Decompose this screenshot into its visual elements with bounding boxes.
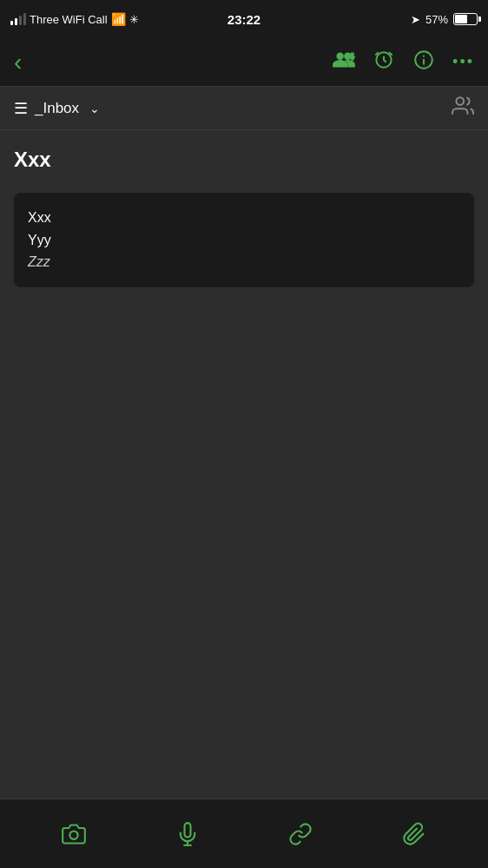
contacts-icon[interactable]	[452, 95, 474, 122]
battery-icon	[453, 13, 478, 25]
add-user-icon[interactable]	[333, 49, 355, 76]
battery-percent: 57%	[425, 13, 448, 26]
settings-icon: ✳	[129, 13, 139, 26]
back-button[interactable]: ‹	[14, 50, 22, 75]
inbox-header: ☰ _Inbox ⌄	[0, 87, 488, 130]
inbox-dropdown-icon[interactable]: ⌄	[89, 102, 100, 115]
alarm-icon[interactable]	[373, 49, 395, 76]
inbox-list-icon: ☰	[14, 99, 28, 118]
nav-left: ‹	[14, 50, 22, 75]
message-box: Xxx Yyy Zzz	[14, 193, 474, 287]
svg-point-6	[456, 97, 464, 105]
message-line-1: Xxx	[28, 207, 460, 229]
main-content: Xxx Xxx Yyy Zzz	[0, 130, 488, 319]
nav-right: •••	[333, 49, 474, 76]
inbox-left[interactable]: ☰ _Inbox ⌄	[14, 99, 100, 118]
nav-bar: ‹ •••	[0, 38, 488, 87]
more-icon[interactable]: •••	[452, 53, 474, 71]
location-icon: ➤	[411, 13, 420, 26]
camera-icon[interactable]	[52, 812, 96, 856]
conversation-title: Xxx	[14, 148, 474, 172]
wifi-icon: 📶	[111, 12, 126, 26]
bottom-toolbar	[0, 799, 488, 868]
info-icon[interactable]	[412, 49, 435, 76]
signal-bars-icon	[10, 13, 26, 25]
svg-point-5	[424, 56, 425, 56]
carrier-text: Three WiFi Call	[30, 13, 108, 26]
status-time: 23:22	[166, 12, 321, 27]
message-line-2: Yyy	[28, 229, 460, 252]
battery-fill	[455, 15, 467, 23]
inbox-label: _Inbox	[35, 100, 79, 117]
message-line-3: Zzz	[28, 251, 460, 273]
svg-point-7	[70, 831, 78, 838]
attachment-icon[interactable]	[392, 812, 436, 856]
status-left: Three WiFi Call 📶 ✳	[10, 12, 166, 26]
microphone-icon[interactable]	[166, 812, 209, 856]
link-icon[interactable]	[279, 812, 322, 856]
status-bar: Three WiFi Call 📶 ✳ 23:22 ➤ 57%	[0, 0, 488, 38]
status-right: ➤ 57%	[322, 13, 478, 26]
